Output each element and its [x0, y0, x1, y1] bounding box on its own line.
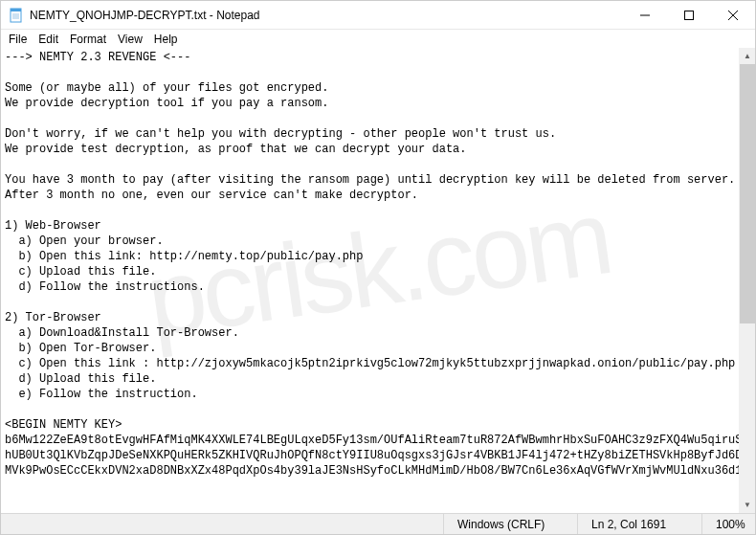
- document-text[interactable]: ---> NEMTY 2.3 REVENGE <--- Some (or may…: [1, 48, 755, 480]
- statusbar: Windows (CRLF) Ln 2, Col 1691 100%: [1, 513, 755, 534]
- scrollbar-thumb[interactable]: [740, 64, 755, 323]
- minimize-button[interactable]: [623, 1, 667, 29]
- menubar: File Edit Format View Help: [1, 30, 755, 48]
- close-button[interactable]: [711, 1, 755, 29]
- svg-rect-6: [685, 11, 694, 19]
- menu-file[interactable]: File: [3, 32, 33, 47]
- window-title: NEMTY_QNOHJMP-DECRYPT.txt - Notepad: [30, 9, 260, 22]
- status-zoom: 100%: [701, 514, 755, 534]
- menu-view[interactable]: View: [112, 32, 148, 47]
- scrollbar-track[interactable]: [740, 64, 755, 497]
- vertical-scrollbar[interactable]: ▲ ▼: [739, 48, 755, 513]
- scroll-down-icon[interactable]: ▼: [740, 497, 755, 513]
- window-controls: [623, 1, 755, 29]
- status-line-ending: Windows (CRLF): [443, 514, 577, 534]
- svg-rect-1: [11, 9, 21, 11]
- menu-edit[interactable]: Edit: [33, 32, 64, 47]
- titlebar: NEMTY_QNOHJMP-DECRYPT.txt - Notepad: [1, 1, 755, 30]
- status-spacer: [1, 514, 443, 534]
- menu-help[interactable]: Help: [148, 32, 184, 47]
- maximize-button[interactable]: [667, 1, 711, 29]
- scroll-up-icon[interactable]: ▲: [740, 48, 755, 64]
- text-editor[interactable]: ---> NEMTY 2.3 REVENGE <--- Some (or may…: [1, 48, 755, 513]
- status-cursor-position: Ln 2, Col 1691: [577, 514, 701, 534]
- notepad-icon: [9, 8, 24, 23]
- menu-format[interactable]: Format: [64, 32, 112, 47]
